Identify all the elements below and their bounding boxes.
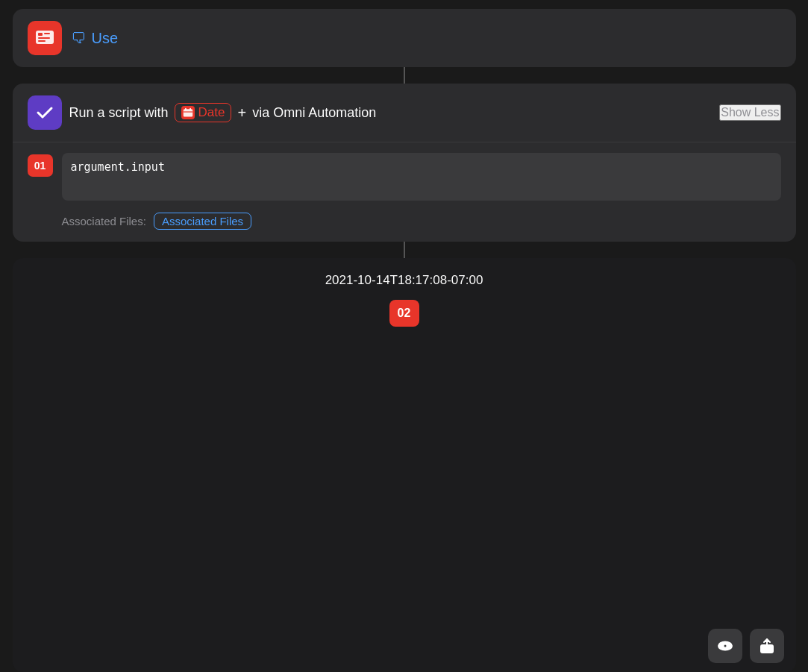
step-02-badge: 02 [389, 300, 419, 327]
svg-rect-1 [38, 33, 43, 36]
share-icon [759, 638, 775, 654]
svg-point-11 [724, 645, 726, 647]
associated-files-row: Associated Files: Associated Files [28, 213, 781, 230]
preview-button[interactable] [708, 629, 742, 663]
plus-label: + [237, 104, 246, 122]
script-header: Run a script with Date + via Omni Automa… [13, 84, 796, 142]
connector-2 [404, 242, 405, 258]
check-icon-badge [28, 95, 62, 130]
svg-rect-6 [185, 108, 187, 110]
block-use: 🗨 Use [13, 9, 796, 67]
svg-rect-2 [44, 33, 50, 34]
output-content: 2021-10-14T18:17:08-07:00 02 [13, 258, 796, 620]
svg-rect-7 [190, 108, 191, 110]
argument-input[interactable]: argument.input [62, 153, 781, 201]
show-less-button[interactable]: Show Less [719, 104, 780, 121]
header-text: Run a script with Date + via Omni Automa… [69, 103, 713, 122]
app-icon [28, 21, 62, 55]
script-content: 01 argument.input Associated Files: Asso… [13, 142, 796, 242]
date-badge-icon [181, 106, 195, 119]
argument-input-text: argument.input [71, 160, 165, 174]
date-label: Date [198, 105, 225, 120]
associated-files-link[interactable]: Associated Files [154, 213, 251, 230]
associated-files-label: Associated Files: [62, 215, 146, 227]
argument-row: 01 argument.input [28, 153, 781, 201]
run-text: Run a script with [69, 105, 169, 121]
block-output: 2021-10-14T18:17:08-07:00 02 [13, 258, 796, 672]
connector-1 [404, 67, 405, 84]
main-container: 🗨 Use Run a script with [0, 0, 808, 672]
step-02-number: 02 [398, 307, 411, 320]
block-script: Run a script with Date + via Omni Automa… [13, 84, 796, 242]
use-label: 🗨 Use [71, 30, 119, 47]
chat-icon: 🗨 [71, 30, 86, 47]
date-badge[interactable]: Date [175, 103, 232, 122]
eye-icon [717, 638, 733, 654]
step-01-badge: 01 [28, 154, 53, 177]
output-footer [13, 620, 796, 672]
share-button[interactable] [750, 629, 784, 663]
step-01-number: 01 [34, 160, 46, 172]
use-text: Use [92, 30, 119, 47]
svg-rect-8 [183, 111, 192, 112]
svg-rect-3 [38, 37, 50, 39]
output-timestamp: 2021-10-14T18:17:08-07:00 [28, 273, 781, 288]
svg-rect-4 [38, 40, 46, 42]
via-label: via Omni Automation [252, 105, 376, 121]
svg-rect-5 [183, 109, 192, 116]
